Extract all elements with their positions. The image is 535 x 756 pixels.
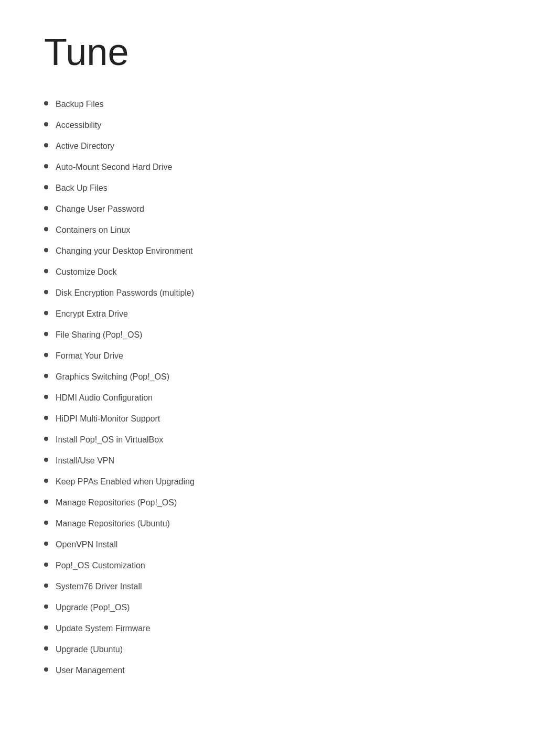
list-item[interactable]: Format Your Drive [44, 350, 491, 362]
list-item-label: Pop!_OS Customization [56, 559, 145, 572]
list-item-label: Encrypt Extra Drive [56, 308, 128, 320]
list-item[interactable]: Manage Repositories (Ubuntu) [44, 517, 491, 530]
bullet-icon [44, 122, 48, 126]
list-item-label: Format Your Drive [56, 350, 123, 362]
list-item-label: OpenVPN Install [56, 538, 117, 551]
list-item[interactable]: Auto-Mount Second Hard Drive [44, 161, 491, 174]
bullet-icon [44, 143, 48, 147]
bullet-icon [44, 416, 48, 420]
list-item[interactable]: Customize Dock [44, 266, 491, 278]
bullet-icon [44, 248, 48, 252]
bullet-icon [44, 625, 48, 630]
list-item-label: HiDPI Multi-Monitor Support [56, 413, 160, 425]
list-item[interactable]: Install/Use VPN [44, 455, 491, 467]
bullet-icon [44, 311, 48, 315]
bullet-icon [44, 563, 48, 567]
list-item-label: Accessibility [56, 119, 101, 132]
list-item[interactable]: Changing your Desktop Environment [44, 245, 491, 257]
list-item[interactable]: Active Directory [44, 140, 491, 153]
bullet-icon [44, 227, 48, 231]
bullet-icon [44, 332, 48, 336]
list-item[interactable]: Back Up Files [44, 182, 491, 195]
bullet-icon [44, 646, 48, 651]
bullet-icon [44, 437, 48, 441]
list-item[interactable]: Backup Files [44, 98, 491, 111]
list-item[interactable]: OpenVPN Install [44, 538, 491, 551]
list-item-label: File Sharing (Pop!_OS) [56, 329, 142, 341]
bullet-icon [44, 395, 48, 399]
bullet-icon [44, 479, 48, 483]
list-item[interactable]: Install Pop!_OS in VirtualBox [44, 434, 491, 446]
list-item-label: Install Pop!_OS in VirtualBox [56, 434, 163, 446]
list-item-label: HDMI Audio Configuration [56, 392, 153, 404]
list-item-label: Manage Repositories (Pop!_OS) [56, 496, 177, 509]
bullet-icon [44, 101, 48, 105]
list-item[interactable]: Keep PPAs Enabled when Upgrading [44, 476, 491, 488]
list-item[interactable]: Upgrade (Ubuntu) [44, 643, 491, 656]
list-item[interactable]: Graphics Switching (Pop!_OS) [44, 371, 491, 383]
list-item-label: Containers on Linux [56, 224, 130, 236]
bullet-icon [44, 374, 48, 378]
list-item[interactable]: Update System Firmware [44, 622, 491, 635]
list-item-label: Disk Encryption Passwords (multiple) [56, 287, 194, 299]
bullet-icon [44, 290, 48, 294]
list-item-label: Graphics Switching (Pop!_OS) [56, 371, 169, 383]
list-item-label: Backup Files [56, 98, 104, 111]
bullet-icon [44, 206, 48, 210]
page-title: Tune [44, 31, 491, 73]
list-item-label: Active Directory [56, 140, 114, 153]
bullet-icon [44, 185, 48, 189]
bullet-icon [44, 521, 48, 525]
bullet-icon [44, 500, 48, 504]
bullet-icon [44, 458, 48, 462]
list-item[interactable]: HiDPI Multi-Monitor Support [44, 413, 491, 425]
list-item-label: Back Up Files [56, 182, 108, 195]
list-item[interactable]: Accessibility [44, 119, 491, 132]
list-item-label: Changing your Desktop Environment [56, 245, 192, 257]
list-item[interactable]: Change User Password [44, 203, 491, 215]
list-item[interactable]: Upgrade (Pop!_OS) [44, 601, 491, 614]
list-item-label: Update System Firmware [56, 622, 151, 635]
list-item-label: Upgrade (Pop!_OS) [56, 601, 130, 614]
list-item-label: System76 Driver Install [56, 580, 142, 593]
list-item-label: Install/Use VPN [56, 455, 114, 467]
list-item[interactable]: User Management [44, 664, 491, 677]
bullet-icon [44, 353, 48, 357]
list-item[interactable]: System76 Driver Install [44, 580, 491, 593]
list-item[interactable]: HDMI Audio Configuration [44, 392, 491, 404]
bullet-icon [44, 604, 48, 609]
list-item-label: Customize Dock [56, 266, 116, 278]
list-item[interactable]: Encrypt Extra Drive [44, 308, 491, 320]
bullet-icon [44, 542, 48, 546]
list-item-label: Upgrade (Ubuntu) [56, 643, 123, 656]
list-item-label: User Management [56, 664, 125, 677]
list-item[interactable]: File Sharing (Pop!_OS) [44, 329, 491, 341]
list-item[interactable]: Containers on Linux [44, 224, 491, 236]
bullet-icon [44, 269, 48, 273]
bullet-icon [44, 667, 48, 672]
list-item-label: Auto-Mount Second Hard Drive [56, 161, 172, 174]
list-item-label: Keep PPAs Enabled when Upgrading [56, 476, 195, 488]
list-item[interactable]: Manage Repositories (Pop!_OS) [44, 496, 491, 509]
list-item-label: Change User Password [56, 203, 144, 215]
list-item[interactable]: Pop!_OS Customization [44, 559, 491, 572]
main-list: Backup FilesAccessibilityActive Director… [44, 98, 491, 677]
bullet-icon [44, 584, 48, 588]
list-item-label: Manage Repositories (Ubuntu) [56, 517, 170, 530]
list-item[interactable]: Disk Encryption Passwords (multiple) [44, 287, 491, 299]
bullet-icon [44, 164, 48, 168]
